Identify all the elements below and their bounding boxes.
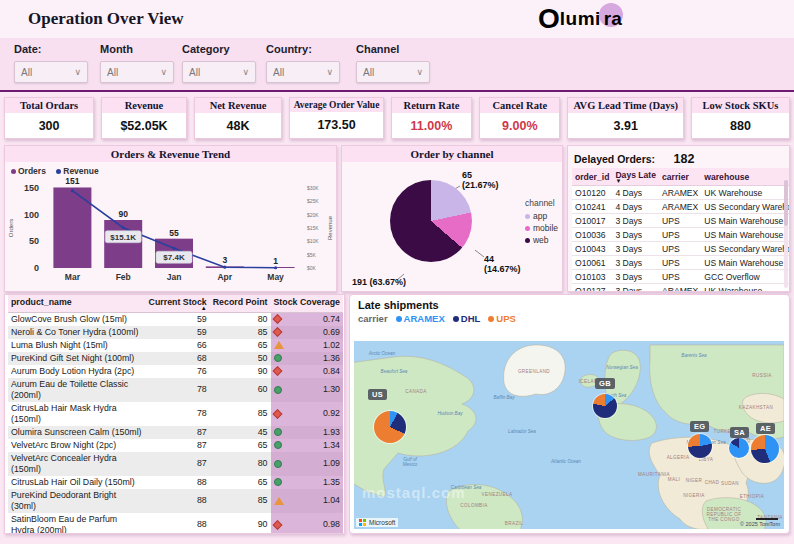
table-row[interactable]: SatinBloom Eau de Parfum Hydra (200ml)88… (8, 513, 343, 534)
map-pie-us[interactable] (374, 411, 406, 443)
table-cell: 4 Days (612, 186, 659, 200)
table-row[interactable]: Olumira Sunscreen Calm (150ml)87451.93 (8, 426, 343, 439)
product-table[interactable]: product_nameCurrent Stock▲Record PointSt… (8, 295, 343, 534)
legend-item-revenue[interactable]: Revenue (56, 166, 98, 176)
table-row[interactable]: O101273 DaysARAMEXUK Warehouse (572, 284, 790, 293)
carrier-legend-item[interactable]: UPS (488, 313, 516, 324)
kpi-value: 11.00% (392, 113, 471, 138)
svg-text:Mar: Mar (65, 272, 81, 282)
table-row[interactable]: GlowCove Brush Glow (15ml)59800.74 (8, 313, 343, 326)
table-row[interactable]: O100613 DaysUPSUS Main Warehouse (572, 256, 790, 270)
product-name-cell: PureKind Deodorant Bright (30ml) (8, 489, 146, 513)
column-header[interactable]: order_id (572, 168, 612, 186)
filter-date-dropdown[interactable]: All ∨ (14, 61, 88, 83)
table-row[interactable]: O101204 DaysARAMEXUK Warehouse (572, 186, 790, 200)
legend-dot (453, 316, 459, 322)
table-cell: UK Warehouse (701, 186, 790, 200)
map-copyright: © 2025 TomTom (740, 521, 780, 527)
svg-text:$5K: $5K (307, 252, 317, 258)
pie-legend-item[interactable]: mobile (525, 223, 558, 233)
table-cell: 3 Days (612, 284, 659, 293)
world-map[interactable]: Arctic OceanBeaufort SeaHudson BayBaffin… (354, 341, 784, 529)
svg-text:Labrador Sea: Labrador Sea (508, 429, 536, 434)
map-pie-gb[interactable] (593, 394, 617, 418)
legend-dot (396, 316, 402, 322)
scrollbar[interactable] (784, 180, 788, 288)
table-row[interactable]: O101033 DaysUPSGCC Overflow (572, 270, 790, 284)
filter-month-dropdown[interactable]: All ∨ (100, 61, 174, 83)
product-name-cell: VelvetArc Concealer Hydra (150ml) (8, 452, 146, 476)
table-row[interactable]: O100363 DaysUPSUS Main Warehouse (572, 228, 790, 242)
svg-text:NIGERIA: NIGERIA (683, 493, 705, 498)
filter-date-label: Date: (14, 43, 88, 55)
table-row[interactable]: Luma Blush Night (15ml)66651.02 (8, 339, 343, 352)
product-name-cell: Aurum Body Lotion Hydra (2pc) (8, 365, 146, 378)
kpi-low-stock-skus: Low Stock SKUs 880 (691, 97, 790, 139)
table-row[interactable]: O102414 DaysARAMEXUS Secondary Warehouse (572, 200, 790, 214)
stock-coverage-cell: 1.30 (271, 378, 344, 402)
product-name-cell: Olumira Sunscreen Calm (150ml) (8, 426, 146, 439)
column-header[interactable]: warehouse (701, 168, 790, 186)
current-stock-cell: 59 (146, 326, 210, 339)
svg-text:Baffin Bay: Baffin Bay (494, 395, 516, 400)
svg-text:$15K: $15K (307, 225, 319, 231)
filter-channel-dropdown[interactable]: All ∨ (356, 61, 430, 83)
map-pie-sa[interactable] (729, 438, 749, 458)
table-row[interactable]: O100173 DaysUPSUS Main Warehouse (572, 214, 790, 228)
column-header[interactable]: product_name (8, 295, 146, 313)
diamond-red-icon (272, 328, 282, 338)
svg-text:MAURITANIA: MAURITANIA (638, 472, 671, 477)
column-header[interactable]: Stock Coverage (271, 295, 344, 313)
record-point-cell: 45 (210, 426, 271, 439)
filter-category-dropdown[interactable]: All ∨ (182, 61, 256, 83)
table-row[interactable]: PureKind Gift Set Night (100ml)68501.36 (8, 352, 343, 365)
carrier-legend-item[interactable]: ARAMEX (396, 313, 445, 324)
record-point-cell: 80 (210, 452, 271, 476)
kpi-value: 9.00% (480, 113, 559, 138)
pie-chart[interactable] (390, 180, 472, 262)
table-row[interactable]: VelvetArc Brow Night (2pc)87651.34 (8, 439, 343, 452)
table-row[interactable]: Neroli & Co Toner Hydra (100ml)59850.69 (8, 326, 343, 339)
svg-text:Norwegian Sea: Norwegian Sea (606, 365, 638, 370)
column-header[interactable]: Days Late▼ (612, 168, 659, 186)
column-header[interactable]: Record Point (210, 295, 271, 313)
svg-text:Hudson Bay: Hudson Bay (437, 411, 463, 416)
chevron-down-icon: ∨ (242, 67, 249, 77)
column-header[interactable]: Current Stock▲ (146, 295, 210, 313)
table-row[interactable]: CitrusLab Hair Mask Hydra (150ml)78850.9… (8, 402, 343, 426)
table-row[interactable]: CitrusLab Hair Oil Daily (150ml)88651.35 (8, 476, 343, 489)
kpi-label: Average Order Value (290, 98, 383, 112)
column-header[interactable]: carrier (659, 168, 701, 186)
kpi-label: Net Revenue (195, 98, 281, 113)
legend-item-orders[interactable]: Orders (11, 166, 46, 176)
table-cell: UPS (659, 228, 701, 242)
record-point-cell: 65 (210, 439, 271, 452)
svg-text:Arctic Ocean: Arctic Ocean (368, 351, 396, 356)
current-stock-cell: 87 (146, 439, 210, 452)
table-row[interactable]: Aurum Eau de Toilette Classic (200ml)786… (8, 378, 343, 402)
legend-label: UPS (496, 313, 516, 324)
record-point-cell: 90 (210, 513, 271, 534)
svg-text:ALGERIA: ALGERIA (667, 455, 690, 460)
filter-date-value: All (21, 67, 32, 78)
logo-text-mid: lumi (560, 8, 601, 30)
svg-text:THE CONGO: THE CONGO (708, 517, 739, 522)
pie-legend-item[interactable]: web (525, 235, 558, 245)
kpi-avg-lead-time: AVG Lead Time (Days) 3.91 (567, 97, 684, 139)
delayed-orders-table[interactable]: order_idDays Late▼carrierwarehouse O1012… (572, 168, 790, 292)
filter-country-dropdown[interactable]: All ∨ (266, 61, 340, 83)
chevron-down-icon: ∨ (74, 67, 81, 77)
map-pie-ae[interactable] (751, 435, 779, 463)
pie-legend-item[interactable]: app (525, 211, 558, 221)
table-row[interactable]: O100433 DaysUPSUS Secondary Warehouse (572, 242, 790, 256)
carrier-legend-item[interactable]: DHL (453, 313, 481, 324)
table-row[interactable]: PureKind Deodorant Bright (30ml)88851.04 (8, 489, 343, 513)
record-point-cell: 85 (210, 402, 271, 426)
map-pie-eg[interactable] (688, 434, 712, 458)
table-row[interactable]: Aurum Body Lotion Hydra (2pc)76900.84 (8, 365, 343, 378)
current-stock-cell: 68 (146, 352, 210, 365)
filter-month-label: Month (100, 43, 174, 55)
combo-chart-plot[interactable]: 150100500Orders$30K$25K$20K$15K$10K$5K$0… (5, 176, 338, 291)
table-row[interactable]: VelvetArc Concealer Hydra (150ml)87801.0… (8, 452, 343, 476)
table-cell: O10043 (572, 242, 612, 256)
